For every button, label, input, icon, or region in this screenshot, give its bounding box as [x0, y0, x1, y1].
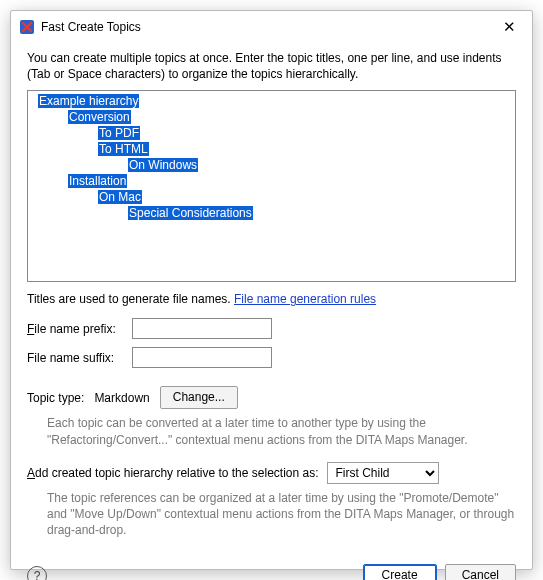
topic-type-value: Markdown — [94, 391, 149, 405]
titlebar: Fast Create Topics ✕ — [11, 11, 532, 40]
suffix-input[interactable] — [132, 347, 272, 368]
change-button[interactable]: Change... — [160, 386, 238, 409]
create-button[interactable]: Create — [363, 564, 437, 580]
editor-line: Example hierarchy — [38, 93, 515, 109]
editor-line: On Windows — [38, 157, 515, 173]
prefix-label: File name prefix: — [27, 322, 132, 336]
filename-note: Titles are used to generate file names. … — [27, 292, 516, 306]
intro-text: You can create multiple topics at once. … — [27, 50, 516, 82]
filename-note-text: Titles are used to generate file names. — [27, 292, 234, 306]
prefix-row: File name prefix: — [27, 318, 516, 339]
create-label: Create — [382, 568, 418, 580]
suffix-row: File name suffix: — [27, 347, 516, 368]
filename-rules-link[interactable]: File name generation rules — [234, 292, 376, 306]
editor-line: To HTML — [38, 141, 515, 157]
footer: ? Create Cancel — [11, 558, 532, 580]
app-icon — [19, 19, 35, 35]
topic-type-label: Topic type: — [27, 391, 84, 405]
editor-line: Conversion — [38, 109, 515, 125]
dialog-body: You can create multiple topics at once. … — [11, 40, 532, 558]
add-hierarchy-row: Add created topic hierarchy relative to … — [27, 462, 516, 484]
editor-line: To PDF — [38, 125, 515, 141]
add-hierarchy-select[interactable]: First Child — [327, 462, 439, 484]
prefix-input[interactable] — [132, 318, 272, 339]
help-icon[interactable]: ? — [27, 566, 47, 580]
dialog-window: Fast Create Topics ✕ You can create mult… — [10, 10, 533, 570]
topics-editor[interactable]: Example hierarchy Conversion To PDF To H… — [27, 90, 516, 282]
suffix-label: File name suffix: — [27, 351, 132, 365]
add-hierarchy-label: Add created topic hierarchy relative to … — [27, 466, 319, 480]
editor-line: Installation — [38, 173, 515, 189]
add-hierarchy-hint: The topic references can be organized at… — [47, 490, 516, 539]
editor-line: Special Considerations — [38, 205, 515, 221]
close-icon[interactable]: ✕ — [497, 17, 522, 36]
topic-type-hint: Each topic can be converted at a later t… — [47, 415, 516, 447]
window-title: Fast Create Topics — [41, 20, 497, 34]
editor-line: On Mac — [38, 189, 515, 205]
cancel-button[interactable]: Cancel — [445, 564, 516, 580]
topic-type-row: Topic type: Markdown Change... — [27, 386, 516, 409]
